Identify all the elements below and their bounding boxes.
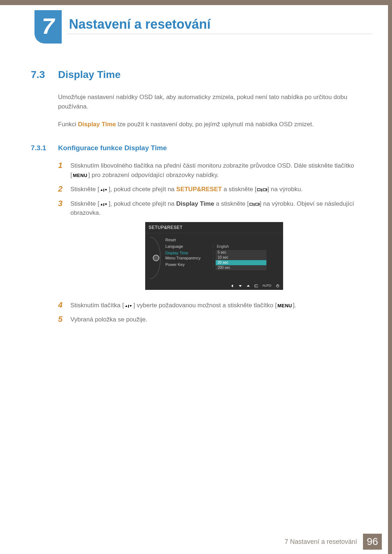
highlight-display-time: Display Time [78,121,116,128]
text: Funkci [58,121,78,128]
text: ] vyberte požadovanou možnost a stisknět… [133,302,277,309]
step-number: 4 [58,301,70,310]
text: ] pro zobrazení odpovídající obrazovky n… [88,172,219,178]
osd-title: SETUP&RESET [145,222,283,233]
page-content: 7.3 Display Time Umožňuje nastavení nabí… [31,67,358,329]
svg-rect-17 [255,285,258,287]
step-number: 3 [58,199,70,296]
step-body: Stisknutím tlačítka [] vyberte požadovan… [70,301,358,310]
highlight-display-time: Display Time [176,200,215,207]
text: lze použít k nastavení doby, po jejímž u… [116,121,314,128]
osd-option: 200 sec [216,265,266,270]
text: a stiskněte [ [214,200,249,207]
svg-marker-0 [101,189,103,191]
subsection-heading: 7.3.1 Konfigurace funkce Display Time [31,143,358,153]
up-down-icon [99,200,109,207]
highlight-setup-reset: SETUP&RESET [176,186,222,193]
text: ]. [293,302,296,309]
steps-list: 1 Stisknutím libovolného tlačítka na pře… [58,161,358,324]
page-footer: 7 Nastavení a resetování 96 [285,534,382,550]
osd-option: 10 sec [216,255,266,260]
intro-paragraph-2: Funkci Display Time lze použít k nastave… [58,120,358,129]
svg-rect-21 [128,305,129,308]
osd-label: Menu Transparency [166,255,213,261]
step-body: Stiskněte [], pokud chcete přejít na SET… [70,185,358,194]
power-icon [276,284,279,288]
text: Stisknutím tlačítka [ [70,302,124,309]
enter-source-icon [257,186,268,193]
svg-marker-7 [101,204,103,205]
svg-marker-9 [105,204,107,205]
osd-menu: Reset Language : English Display Time : [163,237,279,279]
step-body: Stiskněte [], pokud chcete přejít na Dis… [70,199,358,296]
osd-row-language: Language : English [163,243,279,250]
section-title: Display Time [58,67,121,82]
osd-footer-icons: AUTO [230,283,279,288]
left-icon [230,284,234,288]
down-icon [238,284,242,288]
step-2: 2 Stiskněte [], pokud chcete přejít na S… [58,185,358,194]
svg-rect-10 [250,203,253,205]
osd-sep: : [213,255,216,261]
svg-marker-22 [130,305,132,307]
subsection-title: Konfigurace funkce Display Time [58,143,167,153]
svg-rect-4 [261,189,262,192]
svg-rect-3 [257,189,260,191]
osd-value: English [216,244,279,249]
svg-marker-20 [125,305,127,307]
svg-marker-14 [231,284,233,287]
up-down-icon [99,186,109,193]
osd-row-reset: Reset [163,237,279,243]
svg-marker-2 [105,189,107,191]
osd-options-dropdown: 5 sec 10 sec 20 sec 200 sec [216,250,266,270]
osd-screenshot: SETUP&RESET Reset Language : [145,222,283,290]
text: Stiskněte [ [70,200,99,207]
text: Stiskněte [ [70,186,99,193]
svg-marker-16 [247,285,250,287]
osd-option: 5 sec [216,250,266,255]
menu-button-label: MENU [72,173,88,178]
svg-rect-11 [254,203,254,206]
osd-option-highlighted: 20 sec [216,260,266,265]
footer-text: 7 Nastavení a resetování [285,537,357,547]
intro-paragraph-1: Umožňuje nastavení nabídky OSD tak, aby … [58,93,358,111]
menu-button-label: MENU [277,303,293,308]
osd-sep: : [213,243,216,250]
gear-icon [153,255,159,261]
page-number: 96 [363,534,382,550]
chapter-badge: 7 [34,10,62,44]
text: ], pokud chcete přejít na [109,186,176,193]
side-frame-bar [388,5,392,554]
svg-rect-8 [103,203,104,206]
step-5: 5 Vybraná položka se použije. [58,315,358,324]
step-3: 3 Stiskněte [], pokud chcete přejít na D… [58,199,358,296]
step-number: 2 [58,185,70,194]
text: a stiskněte [ [222,186,256,193]
svg-marker-15 [239,285,242,287]
chapter-underline [67,34,372,34]
chapter-title: Nastavení a resetování [69,15,211,34]
osd-label: Language [166,243,213,250]
osd-label: Power Key [166,262,213,268]
step-4: 4 Stisknutím tlačítka [] vyberte požadov… [58,301,358,310]
text: ], pokud chcete přejít na [109,200,176,207]
osd-sep: : [213,262,216,268]
step-1: 1 Stisknutím libovolného tlačítka na pře… [58,161,358,180]
section-heading: 7.3 Display Time [31,67,358,82]
enter-icon [254,284,258,288]
enter-source-icon [249,200,260,207]
section-number: 7.3 [31,67,58,82]
step-number: 1 [58,161,70,180]
step-body: Stisknutím libovolného tlačítka na předn… [70,161,358,180]
top-frame-bar [0,0,392,5]
up-icon [246,284,250,288]
step-body: Vybraná položka se použije. [70,315,358,324]
up-down-icon [124,302,133,309]
subsection-number: 7.3.1 [31,143,58,153]
svg-rect-1 [103,189,104,192]
osd-side-icon [149,237,163,279]
step-number: 5 [58,315,70,324]
osd-body: Reset Language : English Display Time : [145,233,283,283]
text: ] na výrobku. [268,186,303,193]
auto-label: AUTO [262,283,271,288]
